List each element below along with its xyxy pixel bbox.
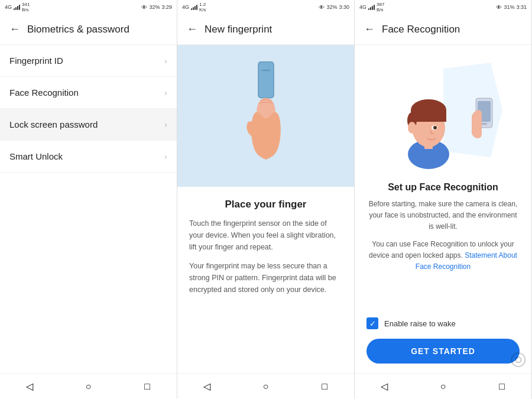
time-1: 3:29 [161,4,172,10]
battery-text-2: 32% [326,4,337,10]
panel-biometrics: 4G 341B/s 👁 32% 3:29 ← Biometrics & pass… [0,0,177,399]
page-title-3: Face Recognition [382,24,460,35]
eye-icon-3: 👁 [496,4,502,11]
check-icon: ✓ [369,319,376,328]
nav-recent-1[interactable]: □ [139,378,155,395]
face-desc1: Before starting, make sure the camera is… [366,199,520,233]
recent-nav-icon-2: □ [322,381,327,392]
face-recognition-svg [372,51,514,169]
svg-rect-16 [481,123,487,125]
watermark: ◎ [510,347,527,369]
eye-icon-1: 👁 [141,4,147,11]
menu-label-fingerprint: Fingerprint ID [9,56,63,66]
fingerprint-title: Place your finger [189,199,342,210]
fingerprint-illustration [177,45,354,187]
chevron-icon-lock: › [164,120,167,129]
back-nav-icon-1: ◁ [26,381,33,392]
face-illustration [355,45,531,175]
menu-item-face[interactable]: Face Recognition › [0,77,177,109]
status-bar-1: 4G 341B/s 👁 32% 3:29 [0,0,177,14]
status-left-3: 4G 387B/s [359,2,384,12]
menu-label-lock: Lock screen password [9,119,98,129]
home-nav-icon-2: ○ [263,381,269,392]
nav-back-3[interactable]: ◁ [376,378,392,395]
get-started-button[interactable]: GET STARTED [366,339,520,364]
back-button-3[interactable]: ← [364,23,375,35]
checkbox-row[interactable]: ✓ Enable raise to wake [355,317,531,329]
speed-text-2: 1.2K/s [199,2,206,12]
signal-icon-3 [368,4,375,10]
enable-wake-checkbox[interactable]: ✓ [366,317,378,329]
hand-finger-svg [219,57,313,175]
checkbox-label: Enable raise to wake [384,319,456,328]
speed-text-3: 387B/s [377,2,384,12]
menu-item-fingerprint[interactable]: Fingerprint ID › [0,45,177,77]
home-nav-icon-3: ○ [440,381,446,392]
nav-recent-3[interactable]: □ [494,378,510,395]
face-recognition-title: Set up Face Recognition [366,182,520,193]
status-right-2: 👁 32% 3:30 [319,4,349,11]
svg-marker-4 [443,63,502,157]
recent-nav-icon-3: □ [499,381,505,392]
menu-list: Fingerprint ID › Face Recognition › Lock… [0,45,177,373]
eye-icon-2: 👁 [319,4,325,11]
carrier-text-3: 4G [359,4,366,10]
bottom-nav-1: ◁ ○ □ [0,373,177,399]
battery-text-1: 32% [149,4,160,10]
bottom-nav-2: ◁ ○ □ [177,373,354,399]
back-button-2[interactable]: ← [187,23,197,35]
menu-item-lock[interactable]: Lock screen password › [0,109,177,141]
time-2: 3:30 [339,4,349,10]
status-left-1: 4G 341B/s [5,2,30,12]
carrier-text-2: 4G [182,4,189,10]
back-nav-icon-2: ◁ [203,381,210,392]
status-right-3: 👁 31% 3:31 [496,4,527,11]
nav-home-3[interactable]: ○ [434,378,451,395]
svg-rect-1 [262,70,270,72]
panel-face-recognition: 4G 387B/s 👁 31% 3:31 ← Face Recognition [355,0,532,399]
fingerprint-text-section: Place your finger Touch the fingerprint … [177,187,354,309]
fingerprint-desc1: Touch the fingerprint sensor on the side… [189,218,342,253]
recent-nav-icon-1: □ [144,381,150,392]
chevron-icon-fingerprint: › [164,56,167,66]
nav-back-2[interactable]: ◁ [199,378,215,395]
carrier-text-1: 4G [5,4,12,10]
nav-home-1[interactable]: ○ [80,378,96,395]
chevron-icon-smart-unlock: › [164,152,167,161]
menu-label-face: Face Recognition [9,87,79,98]
time-3: 3:31 [516,4,527,10]
face-desc2: You can use Face Recognition to unlock y… [366,239,520,273]
bottom-nav-3: ◁ ○ □ [355,373,531,399]
nav-home-2[interactable]: ○ [257,378,274,395]
panel-fingerprint: 4G 1.2K/s 👁 32% 3:30 ← New fingerprint [177,0,355,399]
speed-text-1: 341B/s [22,2,30,12]
header-2: ← New fingerprint [177,14,354,45]
menu-label-smart-unlock: Smart Unlock [9,151,63,161]
svg-rect-0 [258,62,273,98]
page-title-2: New fingerprint [205,24,272,35]
status-left-2: 4G 1.2K/s [182,2,206,12]
header-3: ← Face Recognition [355,14,531,45]
nav-back-1[interactable]: ◁ [21,378,38,395]
home-nav-icon-1: ○ [86,381,92,392]
face-text-content: Set up Face Recognition Before starting,… [355,175,531,373]
fingerprint-content: Place your finger Touch the fingerprint … [177,45,354,373]
page-title-1: Biometrics & password [27,24,129,35]
svg-point-13 [408,122,416,134]
header-1: ← Biometrics & password [0,14,177,45]
signal-icon-2 [191,4,197,10]
status-bar-2: 4G 1.2K/s 👁 32% 3:30 [177,0,354,14]
battery-text-3: 31% [504,4,514,10]
signal-icon-1 [14,4,20,10]
status-right-1: 👁 32% 3:29 [141,4,172,11]
chevron-icon-face: › [164,88,167,98]
face-text-section: Set up Face Recognition Before starting,… [355,175,531,317]
svg-point-12 [433,126,437,129]
status-bar-3: 4G 387B/s 👁 31% 3:31 [355,0,531,14]
fingerprint-desc2: Your fingerprint may be less secure than… [189,260,342,296]
menu-item-smart-unlock[interactable]: Smart Unlock › [0,141,177,173]
back-nav-icon-3: ◁ [381,381,388,392]
nav-recent-2[interactable]: □ [316,378,333,395]
back-button-1[interactable]: ← [9,23,20,35]
